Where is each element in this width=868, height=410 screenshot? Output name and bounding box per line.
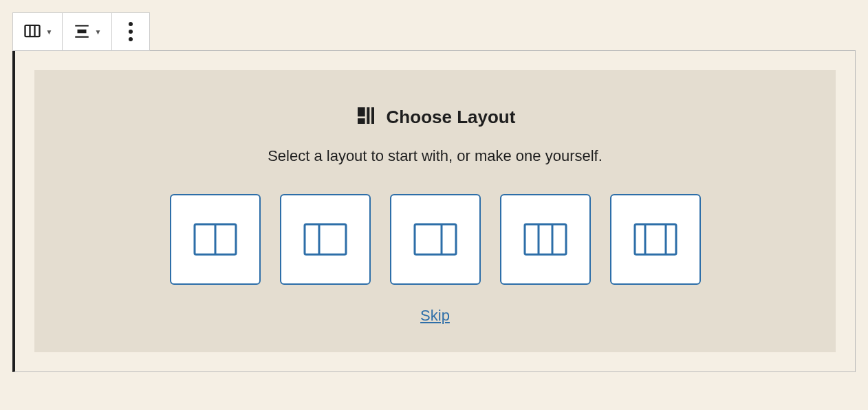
svg-rect-8: [367, 107, 369, 124]
svg-rect-12: [305, 224, 346, 255]
svg-rect-14: [415, 224, 456, 255]
columns-block-type-button[interactable]: ▼: [13, 13, 63, 50]
layout-option-33-66[interactable]: [280, 194, 371, 285]
layout-option-33-33-33[interactable]: [500, 194, 591, 285]
align-button[interactable]: ▼: [63, 13, 112, 50]
placeholder-title: Choose Layout: [387, 107, 516, 128]
placeholder-description: Select a layout to start with, or make o…: [268, 147, 603, 165]
svg-rect-6: [358, 107, 365, 116]
layout-grid-icon: [355, 105, 377, 129]
svg-rect-7: [358, 118, 365, 124]
placeholder-header: Choose Layout: [355, 105, 516, 129]
columns-icon: [23, 21, 42, 43]
layout-option-66-33[interactable]: [390, 194, 481, 285]
more-options-button[interactable]: [112, 13, 149, 50]
layout-options-list: [170, 194, 701, 285]
skip-link[interactable]: Skip: [420, 307, 450, 325]
svg-rect-19: [635, 224, 676, 255]
layout-placeholder: Choose Layout Select a layout to start w…: [34, 70, 836, 352]
more-vertical-icon: [129, 22, 133, 41]
layout-option-50-50[interactable]: [170, 194, 261, 285]
chevron-down-icon: ▼: [95, 28, 102, 36]
svg-rect-3: [75, 25, 89, 26]
svg-rect-16: [525, 224, 566, 255]
block-toolbar: ▼ ▼: [12, 12, 150, 51]
align-icon: [73, 22, 91, 42]
chevron-down-icon: ▼: [46, 28, 53, 36]
columns-block-wrapper: Choose Layout Select a layout to start w…: [12, 50, 856, 372]
svg-rect-0: [25, 25, 39, 36]
svg-rect-5: [75, 36, 89, 37]
layout-option-25-50-25[interactable]: [610, 194, 701, 285]
svg-rect-4: [77, 29, 86, 32]
svg-rect-9: [371, 107, 374, 124]
